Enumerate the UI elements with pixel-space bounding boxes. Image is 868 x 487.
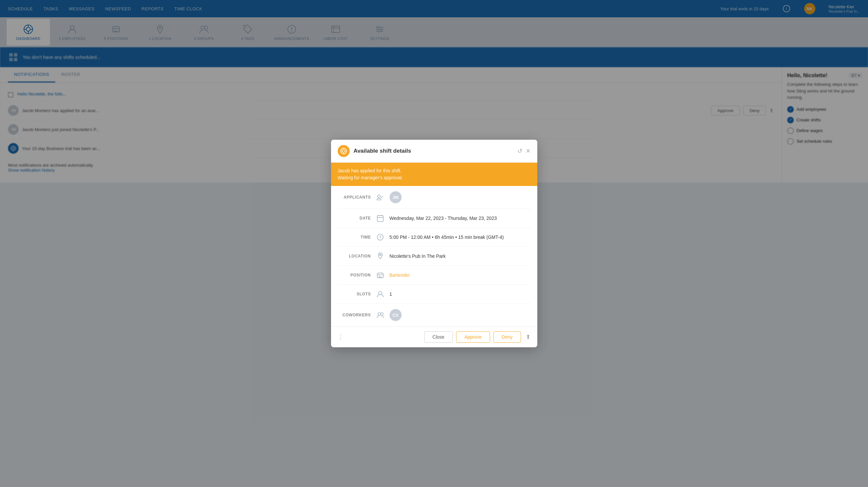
modal-title: Available shift details xyxy=(354,148,513,154)
modal-available-shift: Available shift details ↺ ✕ Jacob has ap… xyxy=(331,140,537,183)
modal-header: Available shift details ↺ ✕ xyxy=(331,140,537,163)
modal-overlay[interactable]: Available shift details ↺ ✕ Jacob has ap… xyxy=(0,0,868,183)
modal-logo xyxy=(338,145,350,157)
modal-alert-text: Jacob has applied for this shift.Waiting… xyxy=(338,168,403,180)
svg-point-41 xyxy=(342,150,345,152)
modal-header-actions: ↺ ✕ xyxy=(517,147,531,155)
modal-history-icon[interactable]: ↺ xyxy=(517,147,522,155)
modal-close-icon[interactable]: ✕ xyxy=(526,147,531,155)
modal-alert-banner: Jacob has applied for this shift.Waiting… xyxy=(331,163,537,183)
